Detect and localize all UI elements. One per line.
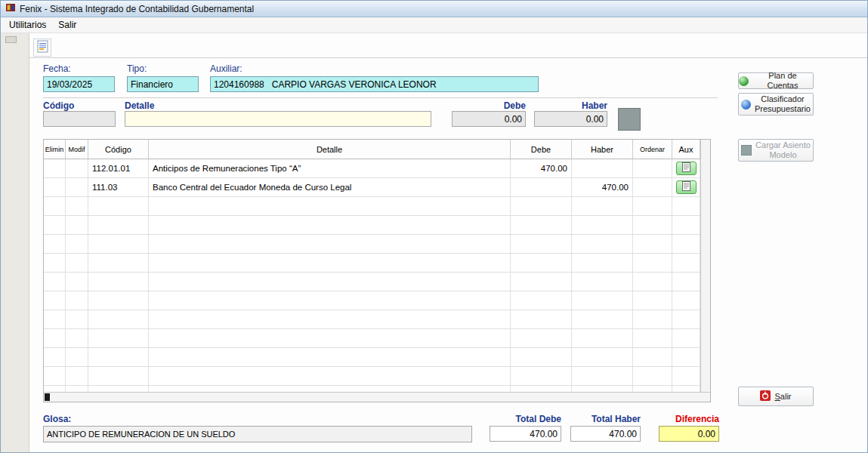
entries-table: Elimin Modif Código Detalle Debe Haber O… [43,139,711,402]
menu-utilitarios[interactable]: Utilitarios [3,18,52,32]
tipo-field[interactable]: Financiero [127,76,199,92]
app-icon [5,2,16,15]
menu-salir[interactable]: Salir [52,18,82,32]
header-modif: Modif [66,140,88,159]
horizontal-scrollbar[interactable] [44,392,710,402]
diferencia-label: Diferencia [659,414,719,424]
cell-detalle: Anticipos de Remuneraciones Tipo “A” [149,159,511,177]
titlebar: Fenix - Sistema Integrado de Contabilida… [1,1,867,17]
debe-entry-field[interactable]: 0.00 [452,111,526,127]
haber-label: Haber [534,100,607,111]
table-empty-row [44,348,700,367]
detalle-label: Detalle [125,100,154,111]
header-codigo: Código [88,140,149,159]
document-icon [37,40,48,55]
diferencia-field: 0.00 [659,426,719,442]
entry-action-button[interactable] [618,108,641,131]
clasificador-presupuestario-button[interactable]: Clasificador Presupuestario [738,93,814,116]
total-debe-label: Total Debe [490,414,561,424]
cell-debe [511,178,572,196]
table-empty-row [44,329,700,348]
model-icon [741,145,752,156]
cargar-label-line2: Modelo [755,150,811,160]
table-row: 112.01.01 Anticipos de Remuneraciones Ti… [44,159,700,178]
vertical-scrollbar[interactable] [700,140,710,392]
cell-haber: 470.00 [572,178,633,196]
table-empty-row [44,254,700,273]
table-rows: 112.01.01 Anticipos de Remuneraciones Ti… [44,159,700,392]
window-title: Fenix - Sistema Integrado de Contabilida… [20,4,254,14]
salir-label: Salir [774,392,791,402]
fecha-field[interactable]: 19/03/2025 [43,76,115,92]
menubar: Utilitarios Salir [1,17,867,33]
cell-debe: 470.00 [511,159,572,177]
cell-codigo: 112.01.01 [88,159,149,177]
total-debe-field: 470.00 [490,426,561,442]
green-sphere-icon [739,76,749,86]
table-empty-row [44,386,700,392]
header-detalle: Detalle [149,140,511,159]
cell-detalle: Banco Central del Ecuador Moneda de Curs… [149,178,511,196]
table-empty-row [44,235,700,254]
cell-ordenar [633,178,672,196]
table-empty-row [44,310,700,329]
page-icon [682,181,690,193]
clasificador-label-line1: Clasificador [755,94,811,104]
form-divider [43,97,718,98]
table-empty-row [44,197,700,216]
header-haber: Haber [572,140,633,159]
cell-ordenar [633,159,672,177]
cargar-asiento-modelo-button[interactable]: Cargar Asiento Modelo [738,139,814,162]
toolbar-divider [29,57,868,58]
aux-button[interactable] [676,162,697,175]
cargar-label-line1: Cargar Asiento [755,140,811,150]
page-icon [682,162,690,174]
header-aux: Aux [672,140,700,159]
cell-haber [572,159,633,177]
power-icon [760,390,771,403]
plan-de-cuentas-label: Plan de Cuentas [752,71,813,90]
table-empty-row [44,367,700,386]
total-haber-field: 470.00 [570,426,641,442]
aux-button[interactable] [676,180,697,194]
codigo-label: Código [43,100,74,111]
haber-entry-field[interactable]: 0.00 [534,111,607,127]
plan-de-cuentas-button[interactable]: Plan de Cuentas [738,72,814,89]
fecha-label: Fecha: [43,63,71,74]
new-entry-button[interactable] [33,39,51,57]
cell-elimin[interactable] [44,159,66,177]
codigo-entry-field[interactable] [43,111,116,127]
header-ordenar: Ordenar [633,140,672,159]
header-elimin: Elimin [44,140,66,159]
clasificador-label-line2: Presupuestario [755,104,811,114]
cell-modif[interactable] [66,178,88,196]
panel-handle[interactable] [5,36,17,43]
salir-button[interactable]: Salir [738,387,814,406]
tipo-label: Tipo: [127,63,147,74]
auxiliar-label: Auxiliar: [210,63,242,74]
glosa-label: Glosa: [43,414,71,424]
cell-modif[interactable] [66,159,88,177]
cell-elimin[interactable] [44,178,66,196]
table-row: 111.03 Banco Central del Ecuador Moneda … [44,178,700,197]
detalle-entry-field[interactable] [125,111,431,127]
horizontal-scrollbar-thumb[interactable] [45,393,50,401]
header-debe: Debe [511,140,572,159]
auxiliar-field[interactable]: 1204160988 CARPIO VARGAS VERONICA LEONOR [210,76,539,92]
table-header: Elimin Modif Código Detalle Debe Haber O… [44,140,700,159]
app-window: Fenix - Sistema Integrado de Contabilida… [0,0,868,453]
table-empty-row [44,273,700,291]
cell-aux [672,159,700,177]
debe-label: Debe [452,100,526,111]
left-panel [1,33,29,453]
main-panel: Fecha: Tipo: Auxiliar: 19/03/2025 Financ… [29,33,867,453]
total-haber-label: Total Haber [570,414,641,424]
table-empty-row [44,216,700,235]
glosa-field[interactable]: ANTICIPO DE REMUNERACION DE UN SUELDO [43,426,472,442]
cell-codigo: 111.03 [88,178,149,196]
blue-sphere-icon [741,100,751,109]
cell-aux [672,178,700,196]
table-empty-row [44,291,700,310]
